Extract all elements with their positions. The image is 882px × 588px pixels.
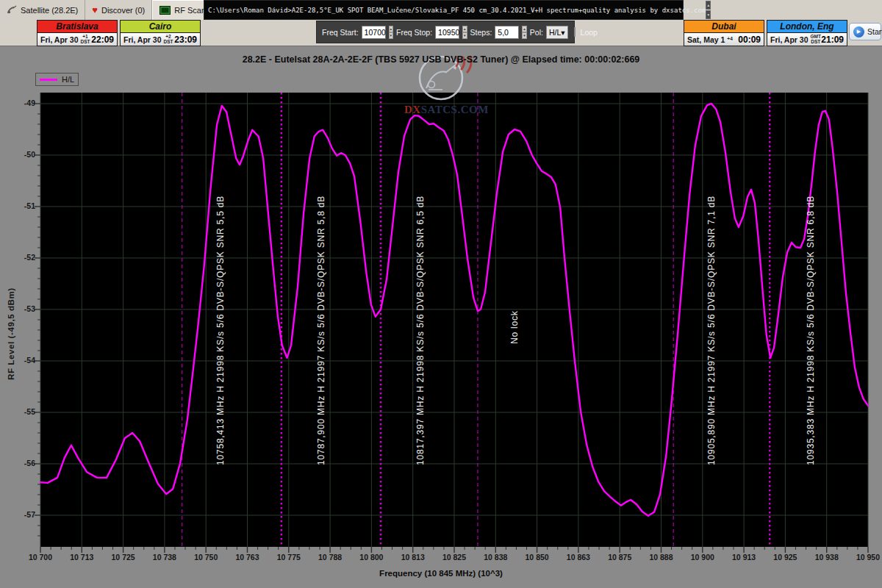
steps-stepper[interactable]: ▲▼ [522, 26, 526, 39]
scroll-down-icon[interactable]: ▼ [706, 10, 711, 19]
x-tick-label: 10 875 [602, 553, 637, 562]
tab-label: Discover (0) [101, 6, 145, 15]
x-tick-label: 10 713 [64, 553, 99, 562]
x-tick-label: 10 813 [395, 553, 431, 562]
x-tick-label: 10 800 [354, 553, 389, 562]
play-icon: ▶ [853, 26, 864, 37]
y-axis-title: RF Level (-49,5 dBm) [7, 287, 15, 380]
legend: H/L [35, 73, 79, 86]
satellite-dish-icon [7, 5, 17, 15]
x-tick-label: 10 775 [271, 553, 306, 562]
tab-discover[interactable]: ♥ Discover (0) [85, 0, 152, 20]
clock-date: Sat, May 1 [687, 35, 725, 44]
scroll-up-icon[interactable]: ▲ [706, 1, 711, 10]
freq-stop-input[interactable]: 10950 [435, 26, 459, 39]
dxsatcs-logo: DXSATCS.COM [404, 56, 478, 115]
start-button[interactable]: ▶ Start [849, 23, 881, 40]
freq-stop-stepper[interactable]: ▲▼ [462, 26, 467, 39]
freq-start-input[interactable]: 10700 [362, 26, 386, 39]
steps-label: Steps: [470, 28, 492, 37]
x-tick-label: 10 850 [520, 553, 555, 562]
clock-time: 23:09 [174, 35, 197, 45]
chart-title: 28.2E - Eutelsat 28A-2A-2E-2F (TBS 5927 … [0, 54, 882, 65]
y-tick-label: -57 [12, 510, 35, 519]
clock-dubai: Dubai Sat, May 1 +4 00:09 [684, 20, 764, 46]
transponder-annotation: 10935,383 MHz H 21998 KS/s 5/6 DVB-S/QPS… [806, 196, 816, 465]
monitor-icon [159, 6, 171, 15]
clock-body: Fri, Apr 30 +2DST 23:09 [121, 33, 200, 46]
clock-body: Fri, Apr 30 +1DST 22:09 [37, 33, 117, 46]
y-tick-label: -56 [12, 459, 35, 467]
x-tick-label: 10 838 [478, 553, 513, 562]
x-tick-label: 10 913 [726, 553, 761, 562]
x-tick-label: 10 700 [23, 553, 58, 562]
clock-body: Sat, May 1 +4 00:09 [684, 33, 764, 46]
legend-label: H/L [62, 75, 74, 84]
clock-city-header: Cairo [121, 21, 200, 33]
clock-time: 21:09 [821, 35, 844, 45]
x-tick-label: 10 825 [437, 553, 472, 562]
x-tick-label: 10 750 [188, 553, 223, 562]
clock-time: 22:09 [91, 35, 114, 45]
heart-icon: ♥ [92, 5, 98, 15]
clock-cairo: Cairo Fri, Apr 30 +2DST 23:09 [120, 20, 201, 46]
transponder-annotation: 10758,413 MHz H 21998 KS/s 5/6 DVB-S/QPS… [215, 196, 226, 465]
freq-stop-label: Freq Stop: [396, 28, 432, 37]
x-tick-label: 10 925 [767, 553, 803, 562]
y-tick-label: -55 [12, 407, 35, 416]
loop-checkbox[interactable] [574, 27, 576, 37]
scan-controls: Freq Start: 10700 ▲▼ Freq Stop: 10950 ▲▼… [316, 21, 575, 43]
x-tick-label: 10 788 [312, 553, 348, 562]
console-titlebar: C:\Users\Roman Dávid>A2E-28,5°E_UK SPOT … [204, 0, 684, 20]
clock-date: Fri, Apr 30 [123, 35, 162, 44]
pol-select[interactable]: H/L▾ [546, 26, 568, 39]
pol-label: Pol: [530, 28, 543, 37]
freq-start-stepper[interactable]: ▲▼ [389, 26, 393, 39]
y-tick-label: -50 [12, 150, 35, 159]
x-axis-title: Frequency (10 845 MHz) (10^3) [0, 569, 882, 578]
clock-city-header: Bratislava [37, 21, 117, 33]
x-tick-label: 10 900 [685, 553, 720, 562]
start-button-label: Start [867, 27, 882, 36]
y-tick-label: -51 [12, 201, 35, 210]
console-scrollbar[interactable]: ▲ ▼ [706, 1, 711, 19]
x-tick-label: 10 738 [147, 553, 182, 562]
x-tick-label: 10 725 [106, 553, 141, 562]
no-lock-annotation: No lock [509, 310, 520, 344]
clock-time: 00:09 [738, 35, 761, 45]
chevron-down-icon: ▾ [561, 28, 564, 37]
transponder-annotation: 10905,890 MHz H 21997 KS/s 5/6 DVB-S/QPS… [706, 196, 717, 465]
x-tick-label: 10 950 [850, 553, 882, 562]
dxsatcs-logo-text: DXSATCS.COM [404, 104, 478, 115]
loop-label: Loop [581, 28, 598, 37]
tab-satellite[interactable]: Satellite (28.2E) [0, 0, 85, 20]
clock-bratislava: Bratislava Fri, Apr 30 +1DST 22:09 [37, 20, 118, 46]
clock-date: Fri, Apr 30 [770, 35, 808, 44]
clock-offset: +1DST [81, 35, 90, 45]
x-tick-label: 10 763 [230, 553, 265, 562]
console-path-text: C:\Users\Roman Dávid>A2E-28,5°E_UK SPOT … [204, 7, 706, 14]
tab-label: Satellite (28.2E) [21, 6, 78, 15]
clock-city-header: London, Eng [767, 21, 847, 33]
y-tick-label: -49 [12, 98, 35, 107]
clock-city-header: Dubai [684, 21, 764, 33]
steps-input[interactable]: 5,0 [495, 26, 519, 39]
x-tick-label: 10 863 [561, 553, 596, 562]
clock-offset: GMTDST [811, 35, 821, 45]
transponder-annotation: 10817,397 MHz H 21998 KS/s 5/6 DVB-S/QPS… [415, 196, 426, 465]
transponder-annotation: 10787,900 MHz H 21997 KS/s 5/6 DVB-S/QPS… [316, 196, 326, 465]
clock-body: Fri, Apr 30 GMTDST 21:09 [767, 33, 847, 46]
clock-offset: +4 [727, 37, 732, 42]
clock-offset: +2DST [164, 35, 173, 45]
x-tick-label: 10 938 [809, 553, 845, 562]
freq-start-label: Freq Start: [322, 28, 359, 37]
legend-line-swatch [40, 79, 57, 81]
clock-date: Fri, Apr 30 [40, 35, 79, 44]
y-tick-label: -52 [12, 253, 35, 262]
clock-london: London, Eng Fri, Apr 30 GMTDST 21:09 [767, 20, 847, 46]
x-tick-label: 10 888 [644, 553, 679, 562]
